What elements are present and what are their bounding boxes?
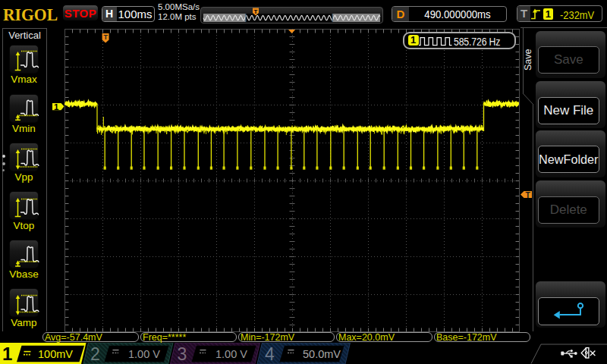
svg-text:3: 3 bbox=[178, 344, 187, 364]
svg-text:1: 1 bbox=[54, 102, 59, 111]
svg-text:1: 1 bbox=[2, 344, 12, 364]
svg-text:T: T bbox=[104, 33, 109, 41]
svg-text:2: 2 bbox=[90, 344, 100, 364]
svg-text:100mV: 100mV bbox=[38, 348, 73, 360]
svg-text:4: 4 bbox=[265, 344, 275, 364]
svg-text:T: T bbox=[526, 190, 531, 199]
svg-text:1.00 V: 1.00 V bbox=[128, 348, 160, 360]
svg-text:1.00 V: 1.00 V bbox=[215, 348, 247, 360]
svg-text:50.0mV: 50.0mV bbox=[303, 348, 341, 360]
